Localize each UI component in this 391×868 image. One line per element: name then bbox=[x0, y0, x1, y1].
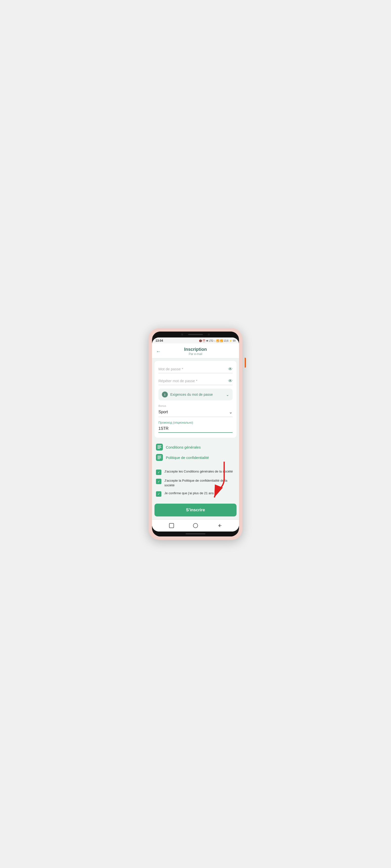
status-bar: 13:04 📵 ⏰ ✱ LTE↑↓ 📶 📶 13,6 ⚡ 99 bbox=[152, 338, 239, 343]
form-card: 👁 👁 i Exigences du mot de passe ⌄ bbox=[155, 361, 236, 438]
register-section: S'inscrire bbox=[152, 504, 239, 519]
checkmark-icon-3: ✓ bbox=[158, 492, 160, 496]
svg-rect-6 bbox=[158, 458, 161, 458]
conditions-text: Conditions générales bbox=[166, 445, 201, 449]
checkbox-2[interactable]: ✓ bbox=[156, 479, 161, 484]
bonus-label: Bonus bbox=[159, 404, 232, 407]
camera-dot-left bbox=[181, 334, 183, 336]
header-title-group: Inscription Par e-mail bbox=[184, 347, 207, 356]
promo-code-group: Промокод (опционально) bbox=[159, 421, 232, 433]
app-content: ← Inscription Par e-mail 👁 bbox=[152, 343, 239, 531]
links-section: Conditions générales Politique de confid… bbox=[152, 440, 239, 468]
register-button[interactable]: S'inscrire bbox=[155, 504, 236, 517]
bonus-dropdown[interactable]: Sport ⌄ bbox=[159, 408, 232, 417]
camera-notch bbox=[152, 332, 239, 338]
privacy-text: Politique de confidentialité bbox=[166, 456, 209, 460]
chevron-down-icon: ⌄ bbox=[226, 392, 229, 397]
password-requirements[interactable]: i Exigences du mot de passe ⌄ bbox=[159, 389, 232, 400]
checkbox-item-3[interactable]: ✓ Je confirme que j'ai plus de 21 ans bbox=[156, 491, 235, 497]
conditions-link[interactable]: Conditions générales bbox=[156, 444, 235, 451]
checkbox-1[interactable]: ✓ bbox=[156, 470, 161, 475]
checkbox-3[interactable]: ✓ bbox=[156, 491, 161, 497]
bottom-indicator bbox=[186, 533, 205, 534]
status-time: 13:04 bbox=[156, 339, 163, 342]
checkbox-item-1[interactable]: ✓ J'accepte les Conditions générales de … bbox=[156, 469, 235, 475]
checkmark-icon-2: ✓ bbox=[158, 480, 160, 484]
privacy-link[interactable]: Politique de confidentialité bbox=[156, 454, 235, 461]
checkbox-label-1: J'accepte les Conditions générales de la… bbox=[164, 469, 233, 474]
dropdown-arrow-icon: ⌄ bbox=[229, 409, 232, 415]
checkmark-icon-1: ✓ bbox=[158, 470, 160, 474]
camera-dot-right bbox=[208, 334, 210, 336]
password-field-group: 👁 bbox=[159, 365, 232, 373]
checkbox-label-2: J'accepte la Politique de confidentialit… bbox=[164, 478, 235, 487]
nav-bar bbox=[152, 519, 239, 531]
checkboxes-section: ✓ J'accepte les Conditions générales de … bbox=[152, 468, 239, 503]
password-toggle-icon[interactable]: 👁 bbox=[228, 367, 232, 372]
checkbox-label-3: Je confirme que j'ai plus de 21 ans bbox=[164, 491, 214, 495]
phone-screen-container: 13:04 📵 ⏰ ✱ LTE↑↓ 📶 📶 13,6 ⚡ 99 ← Inscri… bbox=[152, 332, 239, 536]
svg-rect-4 bbox=[158, 456, 161, 456]
speaker-bar bbox=[188, 334, 203, 335]
page-title: Inscription bbox=[184, 347, 207, 352]
status-icons-text: 📵 ⏰ ✱ LTE↑↓ 📶 📶 13,6 ⚡ 99 bbox=[199, 339, 235, 342]
status-icons: 📵 ⏰ ✱ LTE↑↓ 📶 📶 13,6 ⚡ 99 bbox=[199, 339, 235, 342]
pwd-req-label: Exigences du mot de passe bbox=[170, 393, 213, 397]
pwd-req-left: i Exigences du mot de passe bbox=[162, 392, 213, 398]
privacy-icon bbox=[156, 454, 163, 461]
bonus-value: Sport bbox=[159, 410, 168, 414]
page-subtitle: Par e-mail bbox=[184, 352, 207, 356]
side-button bbox=[245, 358, 246, 368]
svg-rect-3 bbox=[158, 448, 160, 449]
conditions-icon bbox=[156, 444, 163, 451]
svg-rect-5 bbox=[158, 457, 161, 457]
nav-back-button[interactable] bbox=[216, 522, 223, 529]
repeat-password-toggle-icon[interactable]: 👁 bbox=[228, 378, 232, 384]
page-header: ← Inscription Par e-mail bbox=[152, 343, 239, 359]
svg-rect-9 bbox=[169, 523, 174, 528]
repeat-password-input[interactable] bbox=[159, 377, 232, 385]
svg-rect-0 bbox=[158, 445, 161, 446]
svg-rect-2 bbox=[158, 447, 161, 448]
repeat-password-field-group: 👁 bbox=[159, 377, 232, 385]
nav-home-button[interactable] bbox=[192, 522, 199, 529]
password-input[interactable] bbox=[159, 365, 232, 373]
promo-code-label: Промокод (опционально) bbox=[159, 421, 232, 424]
info-icon: i bbox=[162, 392, 168, 398]
svg-point-10 bbox=[193, 523, 198, 528]
svg-rect-7 bbox=[158, 459, 160, 459]
nav-square-button[interactable] bbox=[168, 522, 175, 529]
bonus-group: Bonus Sport ⌄ bbox=[159, 404, 232, 417]
phone-device: 13:04 📵 ⏰ ✱ LTE↑↓ 📶 📶 13,6 ⚡ 99 ← Inscri… bbox=[148, 328, 243, 540]
promo-code-input[interactable] bbox=[159, 425, 232, 433]
bottom-bar bbox=[152, 531, 239, 536]
back-button[interactable]: ← bbox=[156, 349, 161, 354]
svg-rect-1 bbox=[158, 446, 161, 447]
phone-screen: 13:04 📵 ⏰ ✱ LTE↑↓ 📶 📶 13,6 ⚡ 99 ← Inscri… bbox=[152, 338, 239, 531]
checkbox-item-2[interactable]: ✓ J'accepte la Politique de confidential… bbox=[156, 478, 235, 487]
